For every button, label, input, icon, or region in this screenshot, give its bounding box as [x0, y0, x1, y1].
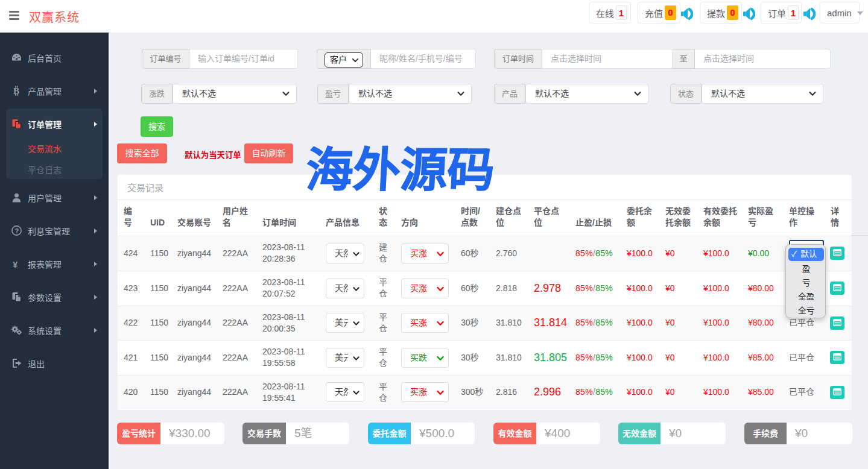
svg-text:?: ?: [14, 227, 19, 234]
svg-text:B: B: [13, 86, 19, 96]
svg-text:¥: ¥: [13, 259, 18, 269]
